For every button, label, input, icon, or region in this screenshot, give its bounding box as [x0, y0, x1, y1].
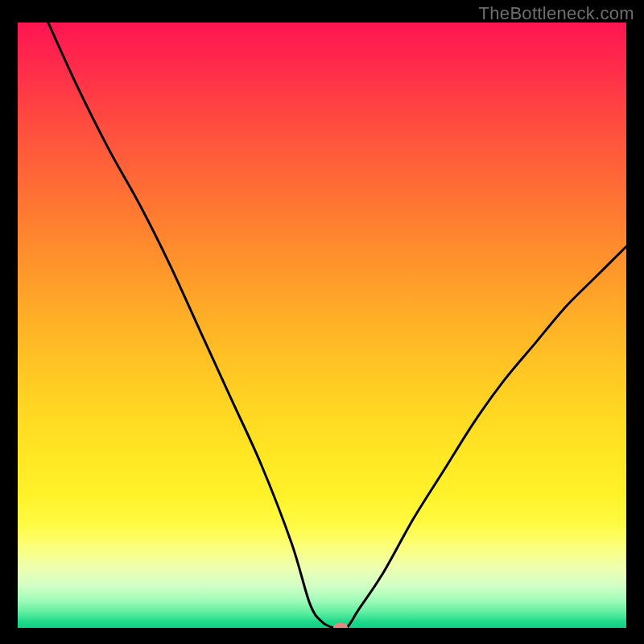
curve-path — [48, 23, 626, 628]
chart-frame: TheBottleneck.com — [0, 0, 644, 644]
sweet-spot-marker — [333, 623, 348, 628]
watermark-label: TheBottleneck.com — [479, 3, 634, 24]
bottleneck-curve — [18, 23, 626, 628]
plot-area — [18, 23, 626, 628]
